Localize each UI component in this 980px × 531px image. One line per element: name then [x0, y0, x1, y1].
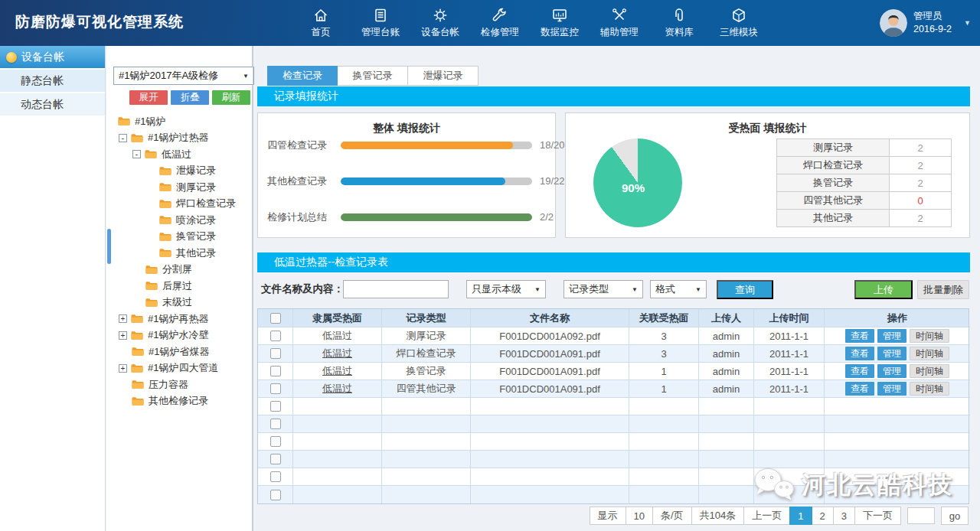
tree-node[interactable]: 焊口检查记录	[106, 196, 252, 213]
nav-item-6[interactable]: 辅助管理	[590, 0, 649, 46]
query-button[interactable]: 查询	[717, 280, 773, 299]
tree-node[interactable]: 换管记录	[106, 229, 252, 246]
goto-page-input[interactable]	[907, 507, 935, 524]
timeline-button[interactable]: 时间轴	[910, 347, 949, 360]
tree-button-3[interactable]: 刷新	[212, 90, 250, 105]
tree-node-label: #1锅炉四大管道	[148, 361, 218, 375]
surface-link[interactable]: 低温过	[322, 364, 352, 378]
row-checkbox[interactable]	[270, 331, 281, 341]
app-window: 防磨防爆可视化管理系统 首页管理台账设备台帐检修管理数据监控辅助管理资料库三维模…	[0, 0, 980, 531]
tree-node[interactable]: 末级过	[106, 295, 252, 311]
tree-node[interactable]: 测厚记录	[106, 179, 252, 196]
uploader-cell: admin	[699, 363, 754, 380]
nav-item-3[interactable]: 设备台帐	[410, 0, 470, 46]
tree-node[interactable]: 其他检修记录	[106, 393, 252, 410]
manage-button[interactable]: 管理	[877, 364, 906, 378]
sidebar-item-3[interactable]: 动态台帐	[0, 93, 105, 116]
row-checkbox[interactable]	[270, 419, 281, 429]
tab-1[interactable]: 检查记录	[267, 66, 338, 86]
filename-filter-input[interactable]	[343, 280, 449, 298]
manage-button[interactable]: 管理	[877, 382, 906, 396]
page-2[interactable]: 2	[812, 507, 834, 525]
surface-cell[interactable]: 低温过	[293, 380, 382, 398]
tree-node[interactable]: +#1锅炉再热器	[106, 311, 252, 327]
view-button[interactable]: 查看	[845, 382, 874, 396]
pager-cell-3[interactable]: 条/页	[652, 507, 692, 525]
filter-select-1[interactable]: 只显示本级▼	[466, 280, 546, 298]
row-checkbox[interactable]	[270, 366, 281, 376]
tree-node[interactable]: 喷涂记录	[106, 212, 252, 229]
row-checkbox[interactable]	[270, 401, 281, 412]
tree-node[interactable]: 其他记录	[106, 245, 252, 262]
user-area[interactable]: 管理员 2016-9-2 ▼	[880, 0, 975, 46]
surface-cell[interactable]: 低温过	[293, 345, 382, 363]
timeline-button[interactable]: 时间轴	[910, 364, 949, 378]
timeline-button[interactable]: 时间轴	[910, 329, 949, 343]
row-select-cell	[258, 486, 293, 503]
expand-icon[interactable]: +	[119, 364, 127, 373]
upload-button[interactable]: 上传	[854, 280, 913, 299]
view-button[interactable]: 查看	[845, 329, 874, 343]
batch-delete-button[interactable]: 批量删除	[917, 280, 969, 299]
row-checkbox[interactable]	[270, 454, 281, 464]
page-1[interactable]: 1	[789, 507, 812, 525]
expand-icon[interactable]: +	[119, 314, 127, 323]
tree-node[interactable]: #1锅炉省煤器	[106, 344, 252, 360]
row-checkbox[interactable]	[270, 490, 281, 500]
sidebar-item-2[interactable]: 静态台帐	[0, 70, 105, 92]
nav-item-2[interactable]: 管理台账	[351, 0, 410, 46]
pager-cell-1[interactable]: 显示	[590, 507, 626, 525]
nav-item-1[interactable]: 首页	[291, 0, 351, 46]
row-checkbox[interactable]	[270, 383, 281, 394]
tree-node[interactable]: -低温过	[106, 146, 252, 163]
tree-node[interactable]: 分割屏	[106, 262, 252, 279]
tab-2[interactable]: 换管记录	[338, 66, 408, 86]
tree-node-label: 泄爆记录	[176, 164, 216, 178]
pager-cell-4[interactable]: 共104条	[691, 507, 745, 525]
nav-item-8[interactable]: 三维模块	[709, 0, 769, 46]
tree-node[interactable]: -#1锅炉过热器	[106, 130, 252, 147]
view-button[interactable]: 查看	[845, 347, 874, 360]
scrollbar-thumb[interactable]	[107, 229, 111, 264]
surface-cell[interactable]: 低温过	[293, 363, 382, 380]
progress-track	[341, 178, 532, 185]
tree-node[interactable]: #1锅炉	[106, 113, 252, 130]
tree-button-1[interactable]: 展开	[129, 90, 168, 105]
nav-item-4[interactable]: 检修管理	[470, 0, 530, 46]
pager-cell-9[interactable]: 下一页	[854, 507, 901, 525]
tree-button-2[interactable]: 折叠	[171, 90, 209, 105]
surface-link[interactable]: 低温过	[322, 382, 352, 396]
expand-icon[interactable]: +	[119, 331, 127, 340]
page-3[interactable]: 3	[833, 507, 855, 525]
tree-node[interactable]: 后屏过	[106, 278, 252, 295]
row-checkbox[interactable]	[270, 348, 281, 359]
pager-cell-5[interactable]: 上一页	[743, 507, 790, 525]
nav-item-label: 管理台账	[361, 26, 400, 39]
tree-node[interactable]: +#1锅炉水冷壁	[106, 327, 252, 344]
collapse-icon[interactable]: -	[132, 150, 141, 158]
sidebar-item-1[interactable]: 设备台帐	[0, 46, 105, 68]
timeline-button[interactable]: 时间轴	[910, 382, 949, 396]
collapse-icon[interactable]: -	[119, 134, 127, 142]
filter-select-3[interactable]: 格式▼	[650, 280, 707, 298]
select-all-checkbox[interactable]	[270, 313, 281, 324]
nav-item-5[interactable]: 数据监控	[530, 0, 590, 46]
tab-3[interactable]: 泄爆记录	[408, 66, 479, 86]
empty-cell	[382, 451, 471, 468]
chevron-down-icon[interactable]: ▼	[964, 19, 971, 27]
surface-link[interactable]: 低温过	[322, 347, 352, 360]
manage-button[interactable]: 管理	[877, 329, 906, 343]
tree-node[interactable]: +#1锅炉四大管道	[106, 360, 252, 377]
view-button[interactable]: 查看	[845, 364, 874, 378]
plan-select[interactable]: #1锅炉2017年A级检修 ▼	[113, 67, 254, 85]
row-checkbox[interactable]	[270, 436, 281, 447]
filter-select-2[interactable]: 记录类型▼	[564, 280, 643, 298]
tree-node[interactable]: 压力容器	[106, 376, 252, 393]
row-checkbox[interactable]	[270, 471, 281, 482]
manage-button[interactable]: 管理	[877, 347, 906, 360]
go-button[interactable]: go	[941, 507, 969, 525]
pager-cell-2[interactable]: 10	[626, 507, 653, 525]
tree-node[interactable]: 泄爆记录	[106, 163, 252, 180]
user-date: 2016-9-2	[913, 23, 952, 36]
nav-item-7[interactable]: 资料库	[649, 0, 709, 46]
